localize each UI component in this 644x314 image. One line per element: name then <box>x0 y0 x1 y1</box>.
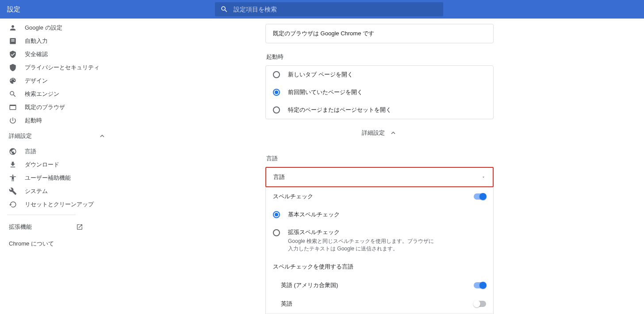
open-in-new-icon <box>76 223 83 231</box>
startup-card: 新しいタブ ページを開く 前回開いていたページを開く 特定のページまたはページセ… <box>265 65 494 119</box>
startup-title: 起動時 <box>266 53 494 61</box>
about-label: Chrome について <box>9 240 54 248</box>
spellcheck-toggle-row: スペルチェック <box>266 187 493 206</box>
nav-label: プライバシーとセキュリティ <box>25 64 106 72</box>
palette-icon <box>9 77 17 85</box>
nav-label: システム <box>25 187 106 195</box>
chevron-down-icon <box>481 175 486 179</box>
nav-label: 言語 <box>25 148 106 155</box>
spellcheck-toggle[interactable] <box>474 193 486 200</box>
shield-check-icon <box>9 50 17 58</box>
radio-icon <box>273 211 280 218</box>
language-row-highlighted[interactable]: 言語 <box>265 167 494 187</box>
lang-toggle[interactable] <box>474 282 486 288</box>
globe-icon <box>9 148 17 155</box>
option-desc: Google 検索と同じスペルチェックを使用します。ブラウザに入力したテキストは… <box>288 238 438 253</box>
header: 設定 <box>0 0 644 19</box>
option-label: 基本スペルチェック <box>288 211 340 219</box>
autofill-icon <box>9 37 17 45</box>
nav-startup[interactable]: 起動時 <box>0 114 115 127</box>
spellcheck-lang-en: 英語 <box>266 295 493 313</box>
nav-label: 起動時 <box>25 117 106 125</box>
nav-extensions[interactable]: 拡張機能 <box>0 219 115 235</box>
nav-search-engine[interactable]: 検索エンジン <box>0 87 115 101</box>
default-browser-msg: 既定のブラウザは Google Chrome です <box>266 24 493 43</box>
app-title: 設定 <box>7 5 20 14</box>
person-icon <box>9 24 17 32</box>
startup-option-newtab[interactable]: 新しいタブ ページを開く <box>266 66 493 83</box>
option-label: 特定のページまたはページセットを開く <box>288 106 391 114</box>
wrench-icon <box>9 187 17 195</box>
nav-accessibility[interactable]: ユーザー補助機能 <box>0 171 115 185</box>
lang-label: 英語 <box>281 300 474 308</box>
option-label: 前回開いていたページを開く <box>288 88 363 96</box>
nav-label: リセットとクリーンアップ <box>25 201 106 208</box>
chevron-up-icon <box>98 132 106 140</box>
divider <box>7 215 76 215</box>
spellcheck-enhanced[interactable]: 拡張スペルチェック Google 検索と同じスペルチェックを使用します。ブラウザ… <box>266 223 493 257</box>
sidebar: Google の設定 自動入力 安全確認 プライバシーとセキュリティ デザイン … <box>0 19 115 314</box>
startup-option-continue[interactable]: 前回開いていたページを開く <box>266 83 493 101</box>
nav-label: 安全確認 <box>25 50 106 58</box>
lang-label: 英語 (アメリカ合衆国) <box>281 281 474 289</box>
startup-option-specific[interactable]: 特定のページまたはページセットを開く <box>266 101 493 119</box>
lang-toggle[interactable] <box>474 301 486 307</box>
option-label: 新しいタブ ページを開く <box>288 71 353 79</box>
spellcheck-card: スペルチェック 基本スペルチェック 拡張スペルチェック Google 検索と同じ… <box>265 187 494 314</box>
nav-autofill[interactable]: 自動入力 <box>0 34 115 48</box>
nav-label: ユーザー補助機能 <box>25 174 106 182</box>
spellcheck-langs-title: スペルチェックを使用する言語 <box>266 257 493 276</box>
radio-icon <box>273 71 280 78</box>
search-box[interactable] <box>215 2 443 16</box>
nav-label: Google の設定 <box>25 24 106 32</box>
radio-icon <box>273 229 280 236</box>
nav-label: 検索エンジン <box>25 90 106 98</box>
nav-label: ダウンロード <box>25 161 106 169</box>
nav-system[interactable]: システム <box>0 185 115 198</box>
radio-icon <box>273 106 280 113</box>
nav-label: 既定のブラウザ <box>25 103 106 111</box>
nav-reset[interactable]: リセットとクリーンアップ <box>0 198 115 211</box>
nav-label: デザイン <box>25 77 106 85</box>
nav-privacy[interactable]: プライバシーとセキュリティ <box>0 61 115 74</box>
nav-default-browser[interactable]: 既定のブラウザ <box>0 101 115 114</box>
restore-icon <box>9 201 17 208</box>
main-content: 既定のブラウザは Google Chrome です 起動時 新しいタブ ページを… <box>115 19 644 314</box>
spellcheck-label: スペルチェック <box>273 193 474 201</box>
nav-about[interactable]: Chrome について <box>0 235 115 252</box>
option-label: 拡張スペルチェック <box>288 228 438 236</box>
search-icon <box>220 5 228 13</box>
power-icon <box>9 117 17 125</box>
extensions-label: 拡張機能 <box>9 223 32 231</box>
sidebar-advanced-toggle[interactable]: 詳細設定 <box>0 127 115 145</box>
search-icon <box>9 90 17 98</box>
nav-label: 自動入力 <box>25 37 106 45</box>
accessibility-icon <box>9 174 17 182</box>
advanced-settings-toggle[interactable]: 詳細設定 <box>265 119 494 145</box>
nav-appearance[interactable]: デザイン <box>0 74 115 87</box>
spellcheck-basic[interactable]: 基本スペルチェック <box>266 206 493 223</box>
nav-safety[interactable]: 安全確認 <box>0 48 115 61</box>
languages-title: 言語 <box>266 155 494 163</box>
shield-icon <box>9 64 17 72</box>
advanced-label: 詳細設定 <box>9 132 49 140</box>
download-icon <box>9 161 17 169</box>
chevron-up-icon <box>389 129 397 137</box>
search-input[interactable] <box>234 6 438 13</box>
language-label: 言語 <box>273 173 481 181</box>
advanced-label: 詳細設定 <box>362 129 385 137</box>
spellcheck-lang-en-us: 英語 (アメリカ合衆国) <box>266 276 493 295</box>
default-browser-card: 既定のブラウザは Google Chrome です <box>265 24 494 43</box>
radio-icon <box>273 89 280 96</box>
browser-icon <box>9 103 17 111</box>
nav-google[interactable]: Google の設定 <box>0 21 115 34</box>
nav-languages[interactable]: 言語 <box>0 145 115 158</box>
nav-downloads[interactable]: ダウンロード <box>0 158 115 171</box>
